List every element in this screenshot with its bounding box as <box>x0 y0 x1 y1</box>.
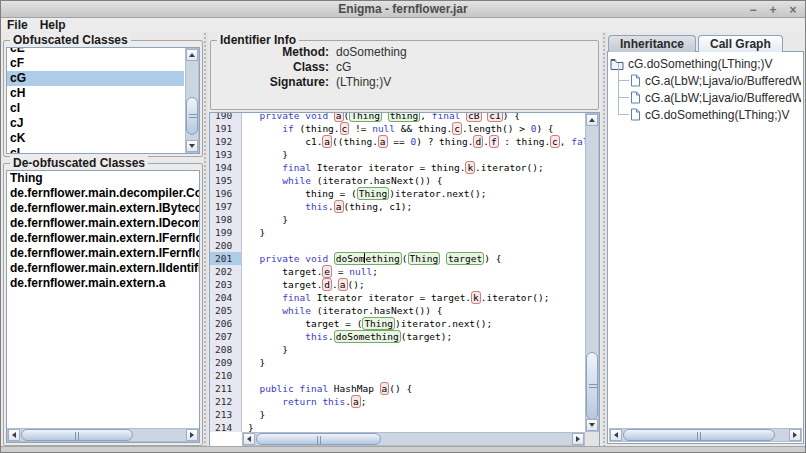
identifier-token-deobfuscated[interactable]: target <box>446 252 484 265</box>
tree-item[interactable]: cG.doSomething(LThing;)V <box>610 55 801 72</box>
code-line[interactable]: c1.a((thing.a == 0) ? thing.d.f : thing.… <box>242 135 585 148</box>
list-item[interactable]: de.fernflower.main.extern.IIdentifi <box>7 261 199 276</box>
code-line[interactable]: } <box>242 421 254 432</box>
code-line[interactable]: } <box>242 226 265 239</box>
code-line[interactable] <box>242 369 248 382</box>
menu-item-help[interactable]: Help <box>40 19 66 32</box>
code-line[interactable]: if (thing.c != null && thing.c.length() … <box>242 122 554 135</box>
menu-item-file[interactable]: File <box>7 19 28 32</box>
scroll-left-button[interactable] <box>8 429 20 441</box>
code-line[interactable]: target = (Thing)iterator.next(); <box>242 317 492 330</box>
list-item[interactable]: cI <box>7 101 184 116</box>
maximize-button[interactable]: + <box>767 4 779 16</box>
list-item[interactable]: cE <box>7 47 184 56</box>
list-item[interactable]: cK <box>7 131 184 146</box>
identifier-token-obfuscated[interactable]: c <box>452 122 462 135</box>
identifier-token-obfuscated[interactable]: k <box>465 161 475 174</box>
list-item[interactable]: cL <box>7 146 184 154</box>
code-line[interactable]: target.e = null; <box>242 265 378 278</box>
identifier-token-obfuscated[interactable]: c <box>340 122 350 135</box>
code-line[interactable]: while (iterator.hasNext()) { <box>242 174 443 187</box>
list-item[interactable]: cJ <box>7 116 184 131</box>
code-line[interactable]: private void a(Thing thing, final cB c1)… <box>242 113 520 122</box>
identifier-token-deobfuscated[interactable]: Thing <box>357 187 390 200</box>
scroll-down-button[interactable] <box>586 419 598 431</box>
tab-call-graph[interactable]: Call Graph <box>698 35 783 52</box>
scrollbar-thumb[interactable] <box>21 429 133 441</box>
identifier-token-deobfuscated[interactable]: Thing <box>362 317 395 330</box>
code-line[interactable]: private void doSomething(Thing target) { <box>242 252 501 265</box>
list-item[interactable]: de.fernflower.main.extern.IFernflo <box>7 231 199 246</box>
identifier-token-obfuscated[interactable]: f <box>489 135 499 148</box>
scroll-up-button[interactable] <box>586 114 598 126</box>
code-line[interactable]: thing = (Thing)iterator.next(); <box>242 187 487 200</box>
identifier-token-deobfuscated[interactable]: Thing <box>408 252 441 265</box>
identifier-token-obfuscated[interactable]: e <box>322 265 332 278</box>
tab-inheritance[interactable]: Inheritance <box>608 35 696 52</box>
code-line[interactable]: } <box>242 408 265 421</box>
identifier-token-obfuscated[interactable]: a <box>322 135 332 148</box>
list-item[interactable]: de.fernflower.main.extern.a <box>7 276 199 291</box>
code-line[interactable]: public final HashMap a() { <box>242 382 412 395</box>
list-item[interactable]: cG <box>7 71 184 86</box>
identifier-token-obfuscated[interactable]: a <box>334 113 344 122</box>
identifier-token-obfuscated[interactable]: a <box>351 395 361 408</box>
scroll-right-button[interactable] <box>572 433 584 445</box>
identifier-token-deobfuscated[interactable]: Thing <box>349 113 382 122</box>
tree-item[interactable]: cG.a(LbW;Ljava/io/BufferedWriter <box>610 72 801 89</box>
code-line[interactable]: while (iterator.hasNext()) { <box>242 304 443 317</box>
close-button[interactable]: × <box>787 4 799 16</box>
vertical-scrollbar[interactable] <box>585 113 599 432</box>
scroll-right-button[interactable] <box>186 429 198 441</box>
scroll-down-button[interactable] <box>186 140 198 152</box>
scroll-left-button[interactable] <box>243 433 255 445</box>
code-editor[interactable]: 190 private void a(Thing thing, final cB… <box>209 112 600 447</box>
code-line[interactable]: final Iterator iterator = thing.k.iterat… <box>242 161 544 174</box>
code-line[interactable]: return this.a; <box>242 395 366 408</box>
list-item[interactable]: de.fernflower.main.decompiler.Co <box>7 186 199 201</box>
horizontal-scrollbar[interactable] <box>7 428 199 442</box>
horizontal-scrollbar[interactable] <box>242 432 585 446</box>
scroll-right-button[interactable] <box>789 429 801 441</box>
identifier-token-obfuscated[interactable]: c1 <box>487 113 502 122</box>
identifier-token-obfuscated[interactable]: a <box>378 135 388 148</box>
scrollbar-thumb[interactable] <box>623 429 775 441</box>
identifier-token-deobfuscated[interactable]: doSomething <box>334 252 402 265</box>
list-item[interactable]: cH <box>7 86 184 101</box>
identifier-token-obfuscated[interactable]: d <box>473 135 483 148</box>
identifier-token-obfuscated[interactable]: c <box>550 135 560 148</box>
identifier-token-deobfuscated[interactable]: thing <box>388 113 421 122</box>
code-line[interactable]: } <box>242 356 265 369</box>
scroll-up-button[interactable] <box>186 49 198 61</box>
code-line[interactable]: } <box>242 148 288 161</box>
identifier-token-deobfuscated[interactable]: doSomething <box>334 330 401 343</box>
code-line[interactable]: this.doSomething(target); <box>242 330 452 343</box>
code-line[interactable]: } <box>242 213 288 226</box>
identifier-token-obfuscated[interactable]: k <box>471 291 481 304</box>
code-line[interactable] <box>242 239 248 252</box>
vertical-scrollbar[interactable] <box>185 48 199 153</box>
scrollbar-thumb[interactable] <box>586 352 598 420</box>
list-item[interactable]: de.fernflower.main.extern.IFernflo <box>7 246 199 261</box>
title-bar[interactable]: Enigma - fernflower.jar − + × <box>1 1 805 18</box>
horizontal-scrollbar[interactable] <box>609 428 802 442</box>
scrollbar-thumb[interactable] <box>256 433 381 445</box>
code-line[interactable]: } <box>242 343 288 356</box>
list-item[interactable]: de.fernflower.main.extern.IByteco <box>7 201 199 216</box>
identifier-token-obfuscated[interactable]: d <box>322 278 332 291</box>
code-line[interactable]: target.d.a(); <box>242 278 365 291</box>
minimize-button[interactable]: − <box>747 4 759 16</box>
list-item[interactable]: de.fernflower.main.extern.IDecom <box>7 216 199 231</box>
code-line[interactable]: this.a(thing, c1); <box>242 200 412 213</box>
scroll-left-button[interactable] <box>610 429 622 441</box>
identifier-token-obfuscated[interactable]: cB <box>466 113 481 122</box>
identifier-token-obfuscated[interactable]: a <box>338 278 348 291</box>
scrollbar-thumb[interactable] <box>186 97 198 135</box>
code-line[interactable]: final Iterator iterator = target.k.itera… <box>242 291 549 304</box>
list-item[interactable]: Thing <box>7 171 199 186</box>
identifier-token-obfuscated[interactable]: a <box>380 382 390 395</box>
tree-item[interactable]: cG.doSomething(LThing;)V <box>610 106 801 123</box>
list-item[interactable]: cF <box>7 56 184 71</box>
identifier-token-obfuscated[interactable]: a <box>334 200 344 213</box>
tree-item[interactable]: cG.a(LbW;Ljava/io/BufferedWriter <box>610 89 801 106</box>
